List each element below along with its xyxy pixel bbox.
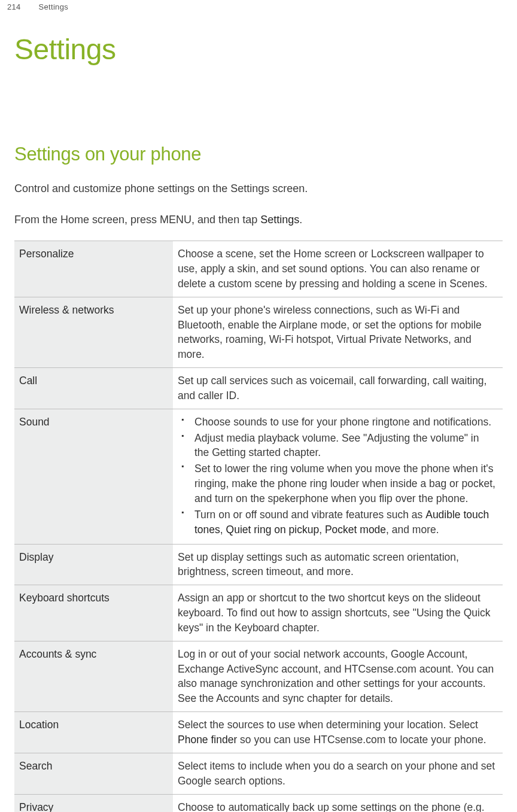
row-desc-search: Select items to include when you do a se… [173,753,503,794]
b4-bold2: Quiet ring on pickup [226,524,320,536]
row-label-wireless: Wireless & networks [14,297,173,367]
row-label-sound: Sound [14,409,173,544]
b4-sep1: , [220,524,226,536]
row-label-search: Search [14,753,173,794]
row-desc-display: Set up display settings such as automati… [173,544,503,585]
b4-prefix: Turn on or off sound and vibrate feature… [194,509,425,521]
table-row: Location Select the sources to use when … [14,712,503,753]
settings-table: Personalize Choose a scene, set the Home… [14,241,503,812]
list-item: Turn on or off sound and vibrate feature… [178,507,495,537]
intro-paragraph-2: From the Home screen, press MENU, and th… [14,212,503,227]
b4-suffix: , and more. [386,524,439,536]
row-desc-personalize: Choose a scene, set the Home screen or L… [173,241,503,297]
row-desc-privacy: Choose to automatically back up some set… [173,794,503,812]
row-label-privacy: Privacy [14,794,173,812]
row-label-keyboard: Keyboard shortcuts [14,585,173,641]
row-desc-accounts: Log in or out of your social network acc… [173,641,503,711]
page-section-label: Settings [39,2,68,11]
table-row: Privacy Choose to automatically back up … [14,794,503,812]
row-desc-keyboard: Assign an app or shortcut to the two sho… [173,585,503,641]
page-title: Settings [14,33,503,66]
table-row: Accounts & sync Log in or out of your so… [14,641,503,711]
row-desc-call: Set up call services such as voicemail, … [173,368,503,409]
table-row: Search Select items to include when you … [14,753,503,794]
content-area: Settings Settings on your phone Control … [0,33,517,812]
row-label-personalize: Personalize [14,241,173,297]
table-row: Sound Choose sounds to use for your phon… [14,409,503,544]
location-prefix: Select the sources to use when determini… [178,719,478,731]
table-row: Keyboard shortcuts Assign an app or shor… [14,585,503,641]
intro2-bold: Settings [260,214,299,226]
table-row: Call Set up call services such as voicem… [14,368,503,409]
intro-paragraph-1: Control and customize phone settings on … [14,181,503,196]
row-desc-wireless: Set up your phone's wireless connections… [173,297,503,367]
list-item: Choose sounds to use for your phone ring… [178,415,495,430]
b4-bold3: Pocket mode [325,524,386,536]
location-suffix: so you can use HTCsense.com to locate yo… [237,734,486,746]
table-row: Wireless & networks Set up your phone's … [14,297,503,367]
row-label-call: Call [14,368,173,409]
page-number: 214 [7,2,21,11]
sound-bullet-list: Choose sounds to use for your phone ring… [178,415,495,537]
row-label-location: Location [14,712,173,753]
intro2-prefix: From the Home screen, press MENU, and th… [14,214,260,226]
b4-sep2: , [319,524,325,536]
row-label-accounts: Accounts & sync [14,641,173,711]
intro2-suffix: . [299,214,302,226]
list-item: Set to lower the ring volume when you mo… [178,461,495,506]
location-bold: Phone finder [178,734,237,746]
page-header: 214 Settings [0,0,517,11]
list-item: Adjust media playback volume. See "Adjus… [178,431,495,461]
row-desc-sound: Choose sounds to use for your phone ring… [173,409,503,544]
table-row: Personalize Choose a scene, set the Home… [14,241,503,297]
table-row: Display Set up display settings such as … [14,544,503,585]
section-heading: Settings on your phone [14,144,503,165]
row-label-display: Display [14,544,173,585]
row-desc-location: Select the sources to use when determini… [173,712,503,753]
